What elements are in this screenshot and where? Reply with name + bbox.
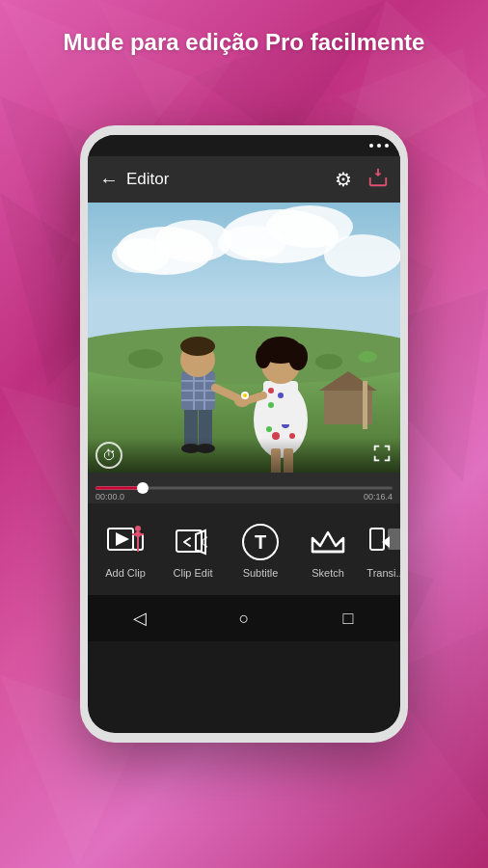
add-clip-label: Add Clip <box>105 567 146 579</box>
svg-rect-78 <box>370 529 384 550</box>
svg-point-22 <box>324 234 400 277</box>
toolbar-item-subtitle[interactable]: T Subtitle <box>227 513 294 586</box>
video-controls-overlay: ⏱ <box>88 438 400 473</box>
toolbar-item-sketch[interactable]: Sketch <box>294 513 362 586</box>
svg-text:T: T <box>255 531 266 553</box>
svg-point-72 <box>135 526 141 531</box>
svg-point-27 <box>358 351 377 363</box>
svg-point-49 <box>266 426 272 432</box>
toolbar-item-clip-edit[interactable]: Clip Edit <box>159 513 227 586</box>
svg-point-54 <box>268 388 274 393</box>
video-player[interactable]: ⏱ <box>88 203 400 473</box>
svg-point-56 <box>268 402 274 408</box>
export-icon <box>367 167 389 188</box>
clip-edit-icon <box>172 521 214 563</box>
wifi-icon <box>377 144 381 148</box>
svg-rect-30 <box>363 381 367 429</box>
sketch-label: Sketch <box>312 567 344 579</box>
nav-recent-button[interactable]: □ <box>329 599 367 637</box>
svg-point-25 <box>128 349 163 368</box>
fullscreen-button[interactable] <box>371 443 393 469</box>
clip-edit-label: Clip Edit <box>174 567 213 579</box>
video-scene-svg <box>88 203 400 473</box>
app-title: Editor <box>126 170 169 189</box>
export-button[interactable] <box>367 167 389 193</box>
headline: Mude para edição Pro facilmente <box>0 29 488 56</box>
timeline-played <box>95 487 143 490</box>
headline-text: Mude para edição Pro facilmente <box>64 29 425 55</box>
header-left: ← Editor <box>99 169 169 191</box>
add-clip-icon <box>104 521 147 563</box>
svg-point-55 <box>278 393 284 398</box>
nav-home-button[interactable]: ○ <box>225 599 263 637</box>
timeline-thumb[interactable] <box>137 482 149 494</box>
header-icons: ⚙ <box>335 167 389 193</box>
nav-bar: ◁ ○ □ <box>88 595 400 641</box>
phone-device: ← Editor ⚙ <box>80 125 408 743</box>
toolbar-item-add-clip[interactable]: Add Clip <box>92 513 159 586</box>
nav-back-button[interactable]: ◁ <box>121 599 159 637</box>
subtitle-icon: T <box>239 521 282 563</box>
subtitle-label: Subtitle <box>243 567 279 579</box>
app-header: ← Editor ⚙ <box>88 156 400 203</box>
toolbar-item-transition[interactable]: Transi... <box>362 513 400 586</box>
svg-point-26 <box>315 354 342 369</box>
svg-point-18 <box>112 238 170 273</box>
transition-icon <box>365 521 400 563</box>
svg-point-21 <box>218 226 285 260</box>
signal-icon <box>369 144 373 148</box>
phone-screen: ← Editor ⚙ <box>88 135 400 733</box>
svg-point-73 <box>135 531 141 537</box>
timeline[interactable]: 00:00.0 00:16.4 <box>88 473 400 503</box>
svg-point-60 <box>256 345 271 368</box>
bottom-toolbar: Add Clip Clip Edit <box>88 503 400 595</box>
time-end: 00:16.4 <box>364 492 393 502</box>
settings-button[interactable]: ⚙ <box>335 168 352 191</box>
battery-icon <box>385 144 389 148</box>
transition-label: Transi... <box>366 567 400 579</box>
svg-rect-53 <box>263 381 298 424</box>
time-start: 00:00.0 <box>95 492 124 502</box>
svg-point-66 <box>243 393 247 397</box>
svg-point-40 <box>180 337 215 356</box>
status-icons <box>369 144 389 148</box>
timer-icon[interactable]: ⏱ <box>95 442 122 469</box>
status-bar <box>88 135 400 156</box>
svg-marker-68 <box>116 532 129 546</box>
back-button[interactable]: ← <box>99 169 119 191</box>
svg-point-59 <box>288 343 308 370</box>
sketch-icon <box>307 521 349 563</box>
